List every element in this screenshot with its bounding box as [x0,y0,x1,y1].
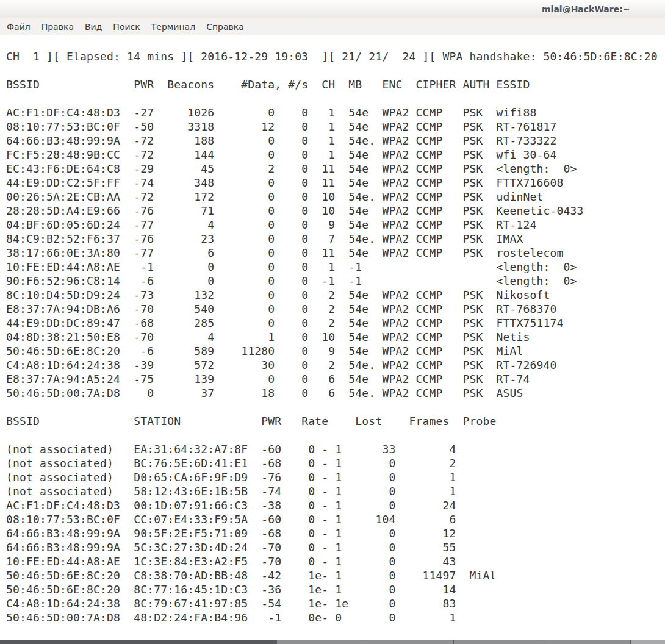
taskbar-window-button[interactable] [542,640,630,644]
taskbar-window-button[interactable] [630,640,665,644]
menu-edit[interactable]: Правка [36,20,79,34]
menubar: Файл Правка Вид Поиск Терминал Справка [0,18,665,35]
titlebar[interactable]: mial@HackWare:~ [0,0,665,18]
taskbar-window-button[interactable] [453,640,542,644]
menu-search[interactable]: Поиск [107,20,145,34]
window-title: mial@HackWare:~ [542,4,630,14]
terminal-output[interactable]: CH 1 ][ Elapsed: 14 mins ][ 2016-12-29 1… [0,35,665,624]
taskbar-active-window-button[interactable] [0,640,276,644]
menu-file[interactable]: Файл [1,20,36,34]
taskbar [0,640,665,644]
menu-help[interactable]: Справка [201,20,250,34]
menu-view[interactable]: Вид [79,20,107,34]
menu-terminal[interactable]: Терминал [146,20,201,34]
taskbar-window-button[interactable] [365,640,453,644]
terminal-window: mial@HackWare:~ Файл Правка Вид Поиск Те… [0,0,665,644]
taskbar-window-button[interactable] [276,640,365,644]
